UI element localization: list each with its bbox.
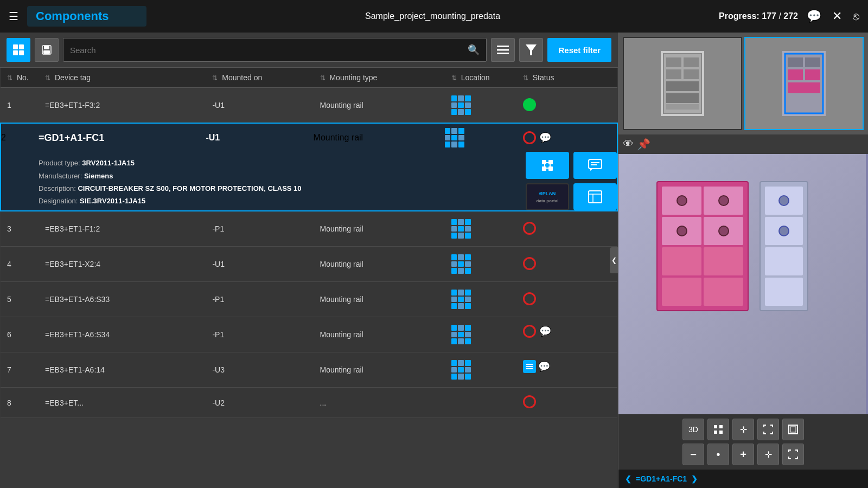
cell-mounted-on: -U1 bbox=[206, 247, 313, 282]
svg-rect-34 bbox=[666, 81, 699, 91]
controls-row-1: 3D ✛ bbox=[623, 419, 864, 440]
cell-mounting-type: Mounting rail bbox=[314, 247, 445, 282]
product-type-line: Product type: 3RV2011-1JA15 bbox=[39, 157, 445, 169]
comment-button[interactable] bbox=[573, 152, 617, 179]
cell-status bbox=[516, 211, 617, 247]
cell-location bbox=[445, 388, 516, 418]
sort-icon-no[interactable]: ⇅ bbox=[7, 74, 12, 82]
fullscreen-button[interactable] bbox=[782, 419, 804, 440]
expanded-row: Product type: 3RV2011-1JA15 Manufacturer… bbox=[1, 152, 617, 211]
thumbnail-1[interactable] bbox=[623, 37, 742, 130]
fit-view-button[interactable] bbox=[757, 419, 779, 440]
hamburger-icon[interactable]: ☰ bbox=[9, 10, 18, 23]
table-row[interactable]: 4 =EB3+ET1-X2:4 -U1 Mounting rail bbox=[1, 247, 617, 282]
filter-button[interactable] bbox=[519, 38, 543, 62]
cell-mounting-type: Mounting rail bbox=[314, 317, 445, 352]
eplan-portal-button[interactable]: ePLAN data portal bbox=[526, 183, 569, 210]
table-row[interactable]: 6 =EB3+ET1-A6:S34 -P1 Mounting rail bbox=[1, 317, 617, 352]
collapse-panel-button[interactable]: ❮ bbox=[610, 247, 618, 273]
table-row[interactable]: 3 =EB3+ET1-F1:2 -P1 Mounting rail bbox=[1, 211, 617, 247]
comment-icon[interactable]: 💬 bbox=[807, 9, 821, 23]
reset-filter-button[interactable]: Reset filter bbox=[547, 38, 611, 62]
svg-rect-6 bbox=[43, 50, 50, 54]
sort-icon-mounting[interactable]: ⇅ bbox=[320, 74, 326, 82]
progress-label: Progress: bbox=[719, 11, 760, 21]
cell-no: 6 bbox=[1, 317, 39, 352]
expand-button[interactable] bbox=[782, 444, 804, 465]
table-row-selected[interactable]: 2 =GD1+A1-FC1 -U1 Mounting rail bbox=[1, 123, 617, 152]
svg-rect-23 bbox=[589, 191, 602, 203]
svg-rect-36 bbox=[666, 104, 699, 110]
eye-icon[interactable]: 👁 bbox=[623, 138, 634, 151]
progress-total: 272 bbox=[783, 11, 798, 21]
svg-rect-48 bbox=[789, 425, 797, 434]
layout-toggle-button[interactable] bbox=[7, 38, 30, 62]
cell-mounting-type: Mounting rail bbox=[314, 88, 445, 124]
thumbnail-2[interactable] bbox=[744, 37, 864, 130]
table-container[interactable]: ⇅ No. ⇅ Device tag ⇅ Mounted on ⇅ bbox=[0, 68, 618, 488]
bottom-bar-arrow-right[interactable]: ❯ bbox=[691, 474, 698, 483]
search-input[interactable] bbox=[70, 46, 468, 55]
svg-rect-2 bbox=[13, 50, 18, 55]
export-icon[interactable]: ⎋ bbox=[853, 10, 859, 23]
zoom-out-button[interactable]: − bbox=[682, 444, 704, 465]
svg-rect-1 bbox=[19, 44, 24, 49]
table-row[interactable]: 5 =EB3+ET1-A6:S33 -P1 Mounting rail bbox=[1, 282, 617, 317]
zoom-in-button[interactable]: + bbox=[732, 444, 754, 465]
component-view-button[interactable] bbox=[573, 183, 617, 210]
svg-marker-10 bbox=[526, 44, 537, 55]
expanded-location bbox=[445, 152, 516, 211]
move-button[interactable]: ✛ bbox=[732, 419, 754, 440]
sort-icon-status[interactable]: ⇅ bbox=[523, 74, 528, 82]
rotate-3d-button[interactable]: 3D bbox=[682, 419, 704, 440]
preview-main[interactable] bbox=[618, 154, 868, 414]
action-buttons: ePLAN data portal bbox=[516, 152, 617, 210]
save-button[interactable] bbox=[35, 38, 59, 62]
cell-device-tag: =EB3+ET1-A6:S33 bbox=[39, 282, 206, 317]
component-visual bbox=[656, 181, 749, 311]
col-header-device-tag: ⇅ Device tag bbox=[39, 68, 206, 88]
cell-mounting-type: Mounting rail bbox=[314, 282, 445, 317]
cell-device-tag: =EB3+ET... bbox=[39, 388, 206, 418]
cell-mounting-type: ... bbox=[314, 388, 445, 418]
component-visual-2 bbox=[760, 181, 808, 311]
svg-rect-30 bbox=[666, 57, 681, 67]
svg-rect-16 bbox=[546, 168, 549, 169]
action-row-1 bbox=[526, 152, 617, 179]
dot-button[interactable]: • bbox=[707, 444, 729, 465]
fit-all-button[interactable]: ✛ bbox=[757, 444, 779, 465]
comment-status-icon: 💬 bbox=[539, 325, 551, 337]
action-row-2: ePLAN data portal bbox=[526, 183, 617, 210]
svg-rect-12 bbox=[548, 160, 553, 164]
svg-rect-38 bbox=[788, 57, 803, 67]
table-row[interactable]: 1 =EB3+ET1-F3:2 -U1 Mounting rail bbox=[1, 88, 617, 124]
filter-menu-button[interactable] bbox=[491, 38, 515, 62]
svg-rect-3 bbox=[19, 50, 24, 55]
preview-thumbnails bbox=[618, 33, 868, 134]
search-icon: 🔍 bbox=[468, 44, 480, 56]
controls-row-2: − • + ✛ bbox=[623, 444, 864, 465]
svg-rect-49 bbox=[790, 427, 796, 432]
svg-rect-41 bbox=[805, 69, 820, 80]
svg-rect-15 bbox=[546, 162, 549, 163]
bottom-bar-arrow-left[interactable]: ❮ bbox=[625, 474, 631, 483]
cell-mounted-on-selected: -U1 bbox=[206, 123, 313, 152]
table-row[interactable]: 7 =EB3+ET1-A6:14 -U3 Mounting rail bbox=[1, 352, 617, 388]
sort-icon-device[interactable]: ⇅ bbox=[45, 74, 50, 82]
sort-icon-mounted[interactable]: ⇅ bbox=[212, 74, 218, 82]
status-green-icon bbox=[523, 98, 536, 111]
pin-icon[interactable]: 📌 bbox=[637, 138, 650, 151]
cell-mounted-on: -U2 bbox=[206, 388, 313, 418]
svg-rect-8 bbox=[497, 49, 509, 51]
component-link-button[interactable] bbox=[526, 152, 569, 179]
location-grid-icon bbox=[451, 360, 471, 380]
close-icon[interactable]: ✕ bbox=[832, 9, 842, 23]
status-list-icon bbox=[523, 360, 536, 373]
sort-icon-location[interactable]: ⇅ bbox=[451, 74, 457, 82]
table-row[interactable]: 8 =EB3+ET... -U2 ... bbox=[1, 388, 617, 418]
status-red-icon bbox=[523, 131, 536, 144]
status-red-icon bbox=[523, 222, 536, 235]
cell-mounted-on: -P1 bbox=[206, 211, 313, 247]
grid-button[interactable] bbox=[707, 419, 729, 440]
cell-status bbox=[516, 282, 617, 317]
